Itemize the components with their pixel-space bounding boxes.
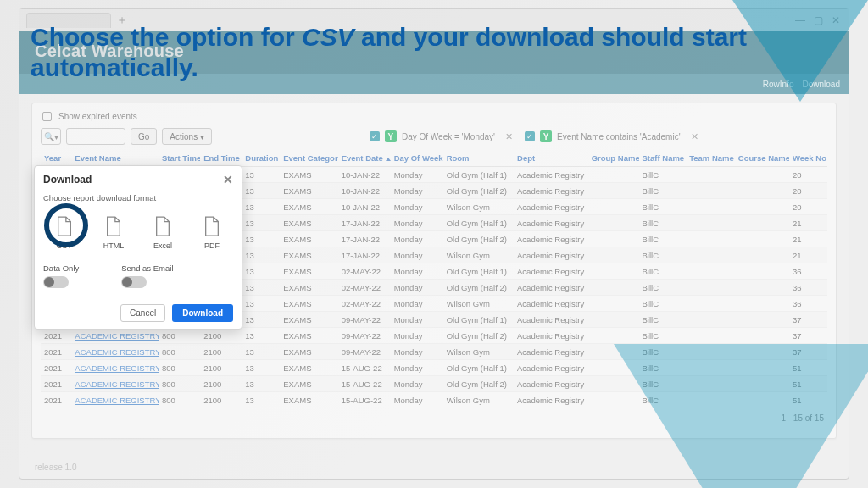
go-button[interactable]: Go xyxy=(131,128,157,145)
table-cell: 17-JAN-22 xyxy=(338,247,391,263)
table-cell: 2100 xyxy=(200,376,242,392)
table-cell: 2100 xyxy=(200,360,242,376)
table-cell: Old Gym (Half 2) xyxy=(443,376,514,392)
table-cell: 13 xyxy=(242,312,280,328)
event-link[interactable]: ACADEMIC REGISTRY xyxy=(75,331,159,341)
checkbox-icon[interactable] xyxy=(42,112,52,121)
table-cell: Academic Registry xyxy=(514,215,588,231)
table-cell: ACADEMIC REGISTRY xyxy=(71,392,159,408)
filter-check-icon[interactable]: ✓ xyxy=(370,131,380,141)
table-cell: Monday xyxy=(391,183,443,199)
table-cell xyxy=(588,312,639,328)
format-option-html[interactable]: HTML xyxy=(94,216,133,250)
filter-chip: ✓ Y Event Name contains 'Academic' ✕ xyxy=(525,130,698,142)
table-cell: EXAMS xyxy=(280,167,337,183)
column-header[interactable]: Start Time xyxy=(159,150,200,167)
column-header[interactable]: Year xyxy=(41,150,71,167)
format-option-excel[interactable]: Excel xyxy=(143,216,182,250)
column-header[interactable]: Team Name xyxy=(686,150,735,167)
table-cell xyxy=(686,183,735,199)
column-header[interactable]: Dept xyxy=(514,150,588,167)
event-link[interactable]: ACADEMIC REGISTRY xyxy=(75,363,159,373)
toggle-switch[interactable] xyxy=(121,276,147,288)
table-cell: Monday xyxy=(391,344,443,360)
table-cell: 15-AUG-22 xyxy=(338,360,391,376)
table-cell: 17-JAN-22 xyxy=(338,215,391,231)
table-cell: 36 xyxy=(789,280,827,296)
table-cell: 02-MAY-22 xyxy=(338,280,391,296)
column-header[interactable]: Course Name xyxy=(735,150,789,167)
table-cell: EXAMS xyxy=(280,183,337,199)
table-cell: 10-JAN-22 xyxy=(338,183,391,199)
table-cell: Wilson Gym xyxy=(443,247,514,263)
actions-button[interactable]: Actions ▾ xyxy=(162,128,212,145)
search-icon[interactable]: 🔍▾ xyxy=(41,128,61,145)
column-header[interactable]: Day Of Week xyxy=(391,150,443,167)
column-header[interactable]: Staff Name xyxy=(639,150,687,167)
table-cell: BillC xyxy=(639,199,687,215)
remove-filter-icon[interactable]: ✕ xyxy=(691,131,698,142)
table-cell: Academic Registry xyxy=(514,312,588,328)
table-cell xyxy=(735,199,789,215)
event-link[interactable]: ACADEMIC REGISTRY xyxy=(75,347,159,357)
table-cell: 13 xyxy=(242,167,280,183)
column-header[interactable]: Room xyxy=(443,150,514,167)
filter-check-icon[interactable]: ✓ xyxy=(525,131,535,141)
filter-funnel-icon[interactable]: Y xyxy=(540,130,552,142)
table-cell: 13 xyxy=(242,183,280,199)
table-cell: Monday xyxy=(391,167,443,183)
table-cell: BillC xyxy=(639,280,687,296)
column-header[interactable]: Event Name xyxy=(71,150,159,167)
toggle-label: Data Only xyxy=(43,263,79,273)
table-cell: Academic Registry xyxy=(514,360,588,376)
table-cell: EXAMS xyxy=(280,199,337,215)
table-cell xyxy=(735,312,789,328)
filter-funnel-icon[interactable]: Y xyxy=(385,130,397,142)
table-cell xyxy=(686,247,735,263)
column-header[interactable]: Group Name xyxy=(588,150,639,167)
column-header[interactable]: Week No xyxy=(789,150,827,167)
event-link[interactable]: ACADEMIC REGISTRY xyxy=(75,380,159,389)
column-header[interactable]: End Time xyxy=(200,150,242,167)
table-cell: EXAMS xyxy=(280,344,337,360)
event-link[interactable]: ACADEMIC REGISTRY xyxy=(75,396,159,405)
table-cell xyxy=(686,328,735,344)
table-cell: EXAMS xyxy=(280,263,337,280)
file-icon xyxy=(153,216,172,238)
column-header[interactable]: Duration xyxy=(242,150,280,167)
table-cell: 13 xyxy=(242,231,280,247)
show-expired-row: Show expired events xyxy=(42,112,827,121)
remove-filter-icon[interactable]: ✕ xyxy=(505,131,513,142)
download-button[interactable]: Download xyxy=(172,304,233,322)
table-cell: 17-JAN-22 xyxy=(338,231,391,247)
table-cell: Old Gym (Half 2) xyxy=(443,231,514,247)
table-cell: 20 xyxy=(789,167,827,183)
table-cell: 36 xyxy=(789,263,827,280)
table-cell xyxy=(686,167,735,183)
cancel-button[interactable]: Cancel xyxy=(120,304,165,322)
search-input[interactable] xyxy=(66,128,125,145)
format-option-pdf[interactable]: PDF xyxy=(192,216,231,250)
send-email-toggle: Send as Email xyxy=(121,263,173,288)
table-cell: 2021 xyxy=(41,392,71,408)
table-cell: Old Gym (Half 1) xyxy=(443,167,514,183)
table-cell xyxy=(588,183,639,199)
table-cell: Monday xyxy=(391,296,443,312)
popover-title: Download xyxy=(43,174,92,186)
table-cell: 09-MAY-22 xyxy=(338,312,391,328)
table-cell xyxy=(686,280,735,296)
column-header[interactable]: Event Category xyxy=(280,150,337,167)
table-cell: Old Gym (Half 1) xyxy=(443,263,514,280)
table-cell: Monday xyxy=(391,215,443,231)
table-cell xyxy=(735,167,789,183)
table-cell: Academic Registry xyxy=(514,376,588,392)
table-cell xyxy=(686,312,735,328)
column-header[interactable]: Event Date xyxy=(338,150,391,167)
table-cell: Old Gym (Half 1) xyxy=(443,360,514,376)
toggle-switch[interactable] xyxy=(43,276,69,288)
table-cell: EXAMS xyxy=(280,328,337,344)
table-cell xyxy=(735,215,789,231)
table-cell: Wilson Gym xyxy=(443,344,514,360)
table-cell: ACADEMIC REGISTRY xyxy=(71,344,159,360)
close-icon[interactable]: ✕ xyxy=(223,173,233,186)
